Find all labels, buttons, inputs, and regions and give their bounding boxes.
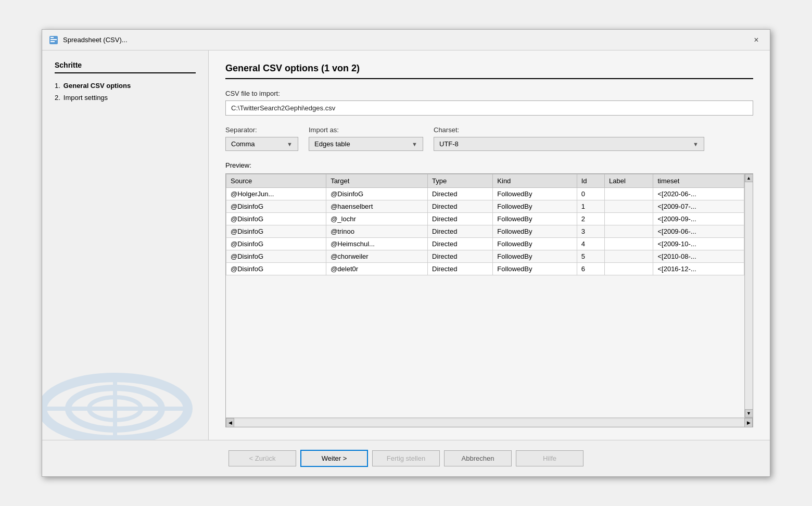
table-row: @DisinfoG@_lochrDirectedFollowedBy2<[200… [226, 213, 744, 225]
cell-3-5 [604, 225, 653, 238]
cell-4-6: <[2009-10-... [653, 238, 744, 250]
svg-rect-1 [50, 39, 57, 40]
cell-3-0: @DisinfoG [226, 225, 326, 238]
scroll-left-button[interactable]: ◀ [226, 418, 234, 427]
cell-6-5 [604, 263, 653, 275]
separator-value: Comma [231, 140, 255, 148]
cell-3-2: Directed [428, 225, 493, 238]
scroll-down-button[interactable]: ▼ [745, 409, 753, 418]
cell-4-5 [604, 238, 653, 250]
charset-dropdown[interactable]: UTF-8 ▼ [434, 137, 704, 151]
cell-1-6: <[2009-07-... [653, 200, 744, 213]
dialog-footer: < Zurück Weiter > Fertig stellen Abbrech… [42, 440, 770, 476]
cell-4-1: @Heimschul... [326, 238, 428, 250]
cell-0-4: 0 [577, 188, 604, 200]
cell-3-6: <[2009-06-... [653, 225, 744, 238]
cell-6-6: <[2016-12-... [653, 263, 744, 275]
cell-6-2: Directed [428, 263, 493, 275]
sidebar-item-import-settings[interactable]: 2. Import settings [55, 94, 196, 102]
finish-button[interactable]: Fertig stellen [372, 450, 440, 466]
col-timeset: timeset [653, 174, 744, 188]
back-button[interactable]: < Zurück [229, 450, 296, 466]
cell-0-2: Directed [428, 188, 493, 200]
vertical-scrollbar[interactable]: ▲ ▼ [744, 174, 753, 418]
dropdowns-row: Separator: Comma ▼ Import as: Edges tabl… [225, 126, 753, 151]
sidebar-item-num-2: 2. [55, 94, 60, 102]
table-body-scroll: Source Target Type Kind Id Label timeset [226, 174, 744, 418]
close-button[interactable]: × [749, 33, 764, 47]
title-bar: Spreadsheet (CSV)... × [42, 30, 770, 50]
cell-1-1: @haenselbert [326, 200, 428, 213]
col-kind: Kind [493, 174, 577, 188]
table-row: @DisinfoG@trinooDirectedFollowedBy3<[200… [226, 225, 744, 238]
cell-1-5 [604, 200, 653, 213]
scroll-track-h[interactable] [234, 419, 744, 426]
col-target: Target [326, 174, 428, 188]
cell-1-3: FollowedBy [493, 200, 577, 213]
cell-5-6: <[2010-08-... [653, 250, 744, 263]
table-row: @DisinfoG@Heimschul...DirectedFollowedBy… [226, 238, 744, 250]
sidebar-item-general-csv[interactable]: 1. General CSV options [55, 82, 196, 90]
table-row: @DisinfoG@chorweilerDirectedFollowedBy5<… [226, 250, 744, 263]
cell-6-1: @delet0r [326, 263, 428, 275]
cell-5-3: FollowedBy [493, 250, 577, 263]
preview-label: Preview: [225, 161, 753, 169]
scroll-track-v[interactable] [745, 182, 753, 409]
cell-6-0: @DisinfoG [226, 263, 326, 275]
cell-0-6: <[2020-06-... [653, 188, 744, 200]
scroll-right-button[interactable]: ▶ [744, 418, 753, 427]
charset-group: Charset: UTF-8 ▼ [434, 126, 704, 151]
cell-3-3: FollowedBy [493, 225, 577, 238]
import-as-group: Import as: Edges table ▼ [309, 126, 423, 151]
dialog: Spreadsheet (CSV)... × Schritte 1. Gener… [42, 29, 770, 477]
file-input[interactable]: C:\TwitterSearch2Gephi\edges.csv [225, 100, 753, 116]
cell-2-2: Directed [428, 213, 493, 225]
cell-6-3: FollowedBy [493, 263, 577, 275]
cell-4-4: 4 [577, 238, 604, 250]
cell-1-0: @DisinfoG [226, 200, 326, 213]
content-title: General CSV options (1 von 2) [225, 63, 753, 79]
dialog-body: Schritte 1. General CSV options 2. Impor… [42, 50, 770, 440]
cell-2-3: FollowedBy [493, 213, 577, 225]
col-type: Type [428, 174, 493, 188]
scroll-up-button[interactable]: ▲ [745, 174, 753, 182]
import-as-dropdown[interactable]: Edges table ▼ [309, 137, 423, 151]
charset-label: Charset: [434, 126, 704, 134]
table-header-row: Source Target Type Kind Id Label timeset [226, 174, 744, 188]
cell-0-0: @HolgerJun... [226, 188, 326, 200]
cell-0-3: FollowedBy [493, 188, 577, 200]
table-body: @HolgerJun...@DisinfoGDirectedFollowedBy… [226, 188, 744, 275]
file-label: CSV file to import: [225, 90, 753, 97]
cell-1-2: Directed [428, 200, 493, 213]
cancel-button[interactable]: Abbrechen [444, 450, 512, 466]
sidebar: Schritte 1. General CSV options 2. Impor… [42, 50, 209, 440]
help-button[interactable]: Hilfe [516, 450, 583, 466]
window-title: Spreadsheet (CSV)... [63, 36, 128, 44]
preview-table: Source Target Type Kind Id Label timeset [226, 174, 744, 275]
separator-label: Separator: [225, 126, 298, 134]
svg-rect-2 [50, 41, 55, 42]
cell-4-0: @DisinfoG [226, 238, 326, 250]
charset-value: UTF-8 [439, 140, 459, 148]
table-row: @DisinfoG@delet0rDirectedFollowedBy6<[20… [226, 263, 744, 275]
import-as-value: Edges table [314, 140, 350, 148]
cell-3-1: @trinoo [326, 225, 428, 238]
table-with-scrollbar: Source Target Type Kind Id Label timeset [226, 174, 753, 418]
col-source: Source [226, 174, 326, 188]
charset-arrow-icon: ▼ [693, 141, 699, 147]
cell-1-4: 1 [577, 200, 604, 213]
next-button[interactable]: Weiter > [300, 450, 368, 467]
app-icon [48, 35, 59, 45]
table-row: @HolgerJun...@DisinfoGDirectedFollowedBy… [226, 188, 744, 200]
cell-3-4: 3 [577, 225, 604, 238]
separator-dropdown[interactable]: Comma ▼ [225, 137, 298, 151]
cell-2-4: 2 [577, 213, 604, 225]
table-row: @DisinfoG@haenselbertDirectedFollowedBy1… [226, 200, 744, 213]
cell-5-2: Directed [428, 250, 493, 263]
sidebar-watermark [42, 336, 209, 440]
svg-rect-3 [50, 37, 54, 38]
sidebar-item-label-2: Import settings [64, 94, 108, 102]
horizontal-scrollbar[interactable]: ◀ ▶ [226, 418, 753, 427]
cell-5-1: @chorweiler [326, 250, 428, 263]
separator-group: Separator: Comma ▼ [225, 126, 298, 151]
